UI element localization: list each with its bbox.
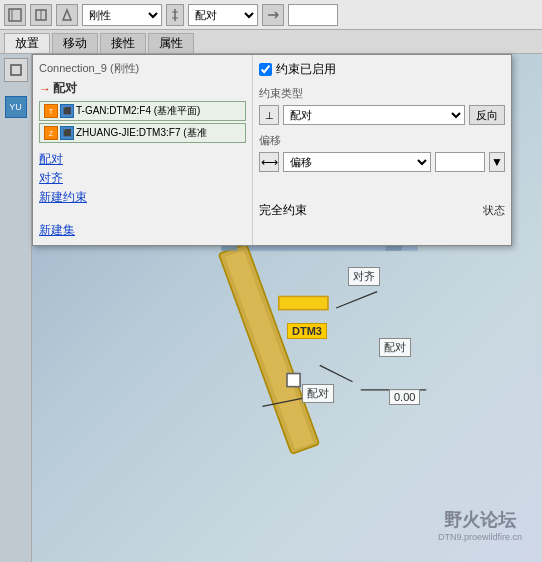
new-set-label[interactable]: 新建集	[39, 222, 246, 239]
svg-rect-0	[9, 9, 21, 21]
constraint-type-label: 约束类型	[259, 86, 505, 101]
watermark-text: 野火论坛	[438, 508, 522, 532]
status-row: 完全约束 状态	[259, 202, 505, 219]
menu-item-peidui[interactable]: 配对	[39, 151, 246, 168]
svg-rect-17	[279, 297, 328, 310]
annot-value: 0.00	[389, 389, 420, 405]
match-select[interactable]: 配对	[188, 4, 258, 26]
tab-properties[interactable]: 属性	[148, 33, 194, 53]
svg-rect-14	[225, 250, 314, 449]
dialog-left-panel: Connection_9 (刚性) → 配对 T ⬛ T-GAN:DTM2:F4…	[33, 55, 253, 245]
toolbar-icon-2[interactable]	[30, 4, 52, 26]
dialog-right-panel: 约束已启用 约束类型 ⊥ 配对 反向 偏移 ⟷	[253, 55, 511, 245]
tab-row: 放置 移动 接性 属性	[0, 30, 542, 54]
app-wrapper: 刚性 配对 0.00 放置 移动 接性 属性 模装 YU	[0, 0, 542, 562]
svg-line-19	[320, 365, 353, 381]
ref-icon-2: Z	[44, 126, 58, 140]
ref-text-1: T-GAN:DTM2:F4 (基准平面)	[76, 104, 200, 118]
arrow-indicator: →	[39, 82, 51, 96]
menu-item-new-constraint[interactable]: 新建约束	[39, 189, 246, 206]
menu-items: 配对 对齐 新建约束	[39, 151, 246, 206]
annot-peidui-1: 配对	[379, 338, 411, 357]
dialog-container: Connection_9 (刚性) → 配对 T ⬛ T-GAN:DTM2:F4…	[32, 54, 512, 246]
content-area: Connection_9 (刚性) → 配对 T ⬛ T-GAN:DTM2:F4…	[32, 54, 542, 562]
offset-icon: ⟷	[259, 152, 279, 172]
offset-dropdown-btn[interactable]: ▼	[489, 152, 505, 172]
watermark-sub: DTN9.proewildfire.cn	[438, 532, 522, 542]
toolbar-icon-5[interactable]	[262, 4, 284, 26]
svg-rect-11	[11, 65, 21, 75]
toolbar-icon-1[interactable]	[4, 4, 26, 26]
ref-item-1[interactable]: T ⬛ T-GAN:DTM2:F4 (基准平面)	[39, 101, 246, 121]
ref-icon-1: T	[44, 104, 58, 118]
annot-duiqi: 对齐	[348, 267, 380, 286]
toolbar-icon-3[interactable]	[56, 4, 78, 26]
main-area: 模装 YU Connection_9 (刚性) → 配对 T ⬛ T-GAN:D…	[0, 54, 542, 562]
enabled-label: 约束已启用	[276, 61, 336, 78]
offset-label: 偏移	[259, 133, 505, 148]
enabled-checkbox[interactable]	[259, 63, 272, 76]
tab-move[interactable]: 移动	[52, 33, 98, 53]
annot-dtm3: DTM3	[287, 323, 327, 339]
tab-contact[interactable]: 接性	[100, 33, 146, 53]
offset-section: 偏移 ⟷ 偏移 0.00 ▼	[259, 133, 505, 172]
toolbar-icon-4[interactable]	[166, 4, 184, 26]
ref-text-2: ZHUANG-JIE:DTM3:F7 (基准	[76, 126, 207, 140]
value-input[interactable]: 0.00	[288, 4, 338, 26]
offset-row: ⟷ 偏移 0.00 ▼	[259, 152, 505, 172]
connection-title: Connection_9 (刚性)	[39, 61, 246, 76]
sidebar-item-yu[interactable]: YU	[5, 96, 27, 118]
svg-marker-4	[63, 10, 71, 20]
constraint-type-row: ⊥ 配对 反向	[259, 105, 505, 125]
menu-item-duiqi[interactable]: 对齐	[39, 170, 246, 187]
watermark: 野火论坛 DTN9.proewildfire.cn	[438, 508, 522, 542]
offset-select[interactable]: 偏移	[283, 152, 431, 172]
peidui-label: 配对	[53, 80, 77, 97]
annot-peidui-2: 配对	[302, 384, 334, 403]
enabled-checkbox-row: 约束已启用	[259, 61, 505, 78]
constraint-icon: ⊥	[259, 105, 279, 125]
status-value: 完全约束	[259, 202, 307, 219]
left-sidebar: 模装 YU	[0, 54, 32, 562]
toolbar: 刚性 配对 0.00	[0, 0, 542, 30]
constraint-select[interactable]: 配对	[283, 105, 465, 125]
tab-place[interactable]: 放置	[4, 33, 50, 53]
sidebar-btn-1[interactable]	[4, 58, 28, 82]
ref-icon2-1: ⬛	[60, 104, 74, 118]
status-label: 状态	[483, 203, 505, 218]
peidui-row: → 配对	[39, 80, 246, 97]
offset-value-input[interactable]: 0.00	[435, 152, 485, 172]
mode-select[interactable]: 刚性	[82, 4, 162, 26]
ref-item-2[interactable]: Z ⬛ ZHUANG-JIE:DTM3:F7 (基准	[39, 123, 246, 143]
ref-icon2-2: ⬛	[60, 126, 74, 140]
svg-rect-22	[287, 374, 300, 387]
svg-line-18	[336, 292, 377, 308]
reverse-button[interactable]: 反向	[469, 105, 505, 125]
